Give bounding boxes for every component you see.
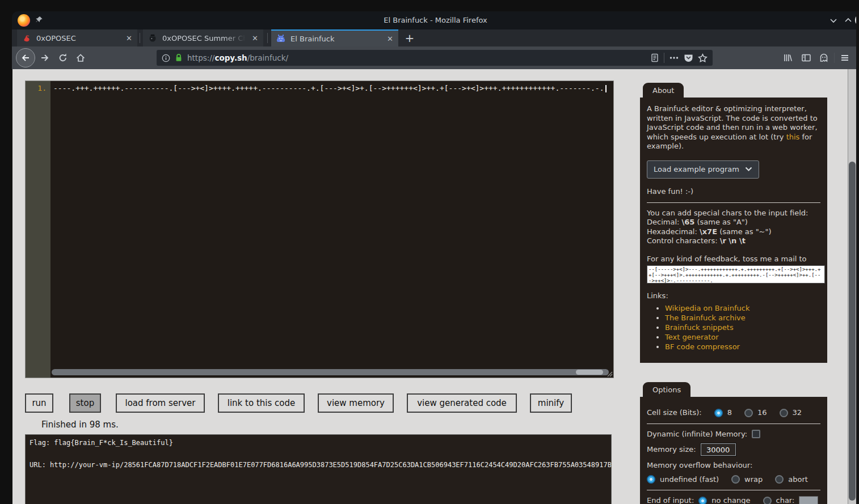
cell-size-8-radio[interactable] — [714, 409, 723, 417]
output-console: Flag: flag{Brain_F*ck_Is_Beautiful} URL:… — [25, 434, 612, 504]
stop-button[interactable]: stop — [69, 393, 101, 413]
dynamic-memory-label: Dynamic (infinite) Memory: — [647, 430, 747, 439]
end-of-input-label: End of input: — [647, 496, 694, 504]
bookmark-star-icon[interactable] — [698, 53, 708, 63]
close-icon[interactable]: ✕ — [387, 35, 393, 43]
overflow-undefined-radio[interactable] — [647, 475, 655, 484]
window-title: El Brainfuck - Mozilla Firefox — [12, 11, 859, 29]
window-titlebar: El Brainfuck - Mozilla Firefox — [12, 11, 859, 29]
window-maximize-button[interactable] — [843, 15, 854, 26]
reader-mode-icon[interactable] — [650, 53, 659, 62]
dynamic-memory-checkbox[interactable] — [752, 430, 760, 438]
link-brainfuck-snippets[interactable]: Brainfuck snippets — [665, 323, 734, 332]
tab-0xoposec[interactable]: 0xOPOSEC ✕ — [17, 29, 137, 46]
end-of-input-row: End of input: no change char: — [647, 496, 820, 504]
page-scrollbar-track[interactable] — [848, 69, 856, 504]
navigation-toolbar: https://copy.sh/brainfuck/ — [12, 46, 859, 69]
overflow-abort-radio[interactable] — [775, 475, 784, 484]
page-actions-icon[interactable] — [669, 53, 679, 62]
reload-button[interactable] — [57, 52, 69, 63]
forward-button[interactable] — [39, 52, 50, 63]
try-this-link[interactable]: this — [786, 133, 800, 141]
dynamic-memory-row: Dynamic (infinite) Memory: — [647, 430, 820, 439]
radio-label: 16 — [757, 408, 767, 418]
radio-label: undefined (fast) — [660, 475, 719, 485]
tab-bar: 0xOPOSEC ✕ 0xOPOSEC Summer Challen ✕ El … — [12, 29, 859, 46]
link-brainfuck-archive[interactable]: The Brainfuck archive — [665, 314, 746, 322]
have-fun-text: Have fun! :-) — [647, 187, 820, 197]
load-example-program-button[interactable]: Load example program — [647, 160, 759, 179]
close-icon[interactable]: ✕ — [126, 34, 132, 43]
window-right-edge — [856, 11, 859, 504]
library-icon[interactable] — [782, 52, 793, 63]
editor-code-line[interactable]: ----.+++.++++++.----------.[--->+<]>++++… — [53, 84, 607, 92]
radio-label: no change — [711, 496, 750, 504]
tab-separator — [267, 33, 268, 43]
close-icon[interactable]: ✕ — [252, 34, 258, 43]
tab-0xoposec-favicon — [22, 33, 31, 43]
radio-label: 8 — [727, 408, 732, 418]
special-chars-intro: You can add special chars to the input f… — [647, 209, 820, 218]
list-item: Text generator — [665, 332, 820, 342]
chevron-down-icon — [745, 167, 752, 172]
editor-hscrollbar-thumb[interactable] — [576, 370, 603, 375]
feedback-bf-code-textarea[interactable]: --[----->+<]>---.++++++++++++.+.++++++++… — [647, 265, 825, 283]
radio-label: abort — [788, 475, 808, 485]
resize-grip-icon[interactable] — [606, 370, 613, 377]
sidebar-icon[interactable] — [801, 52, 812, 63]
editor-gutter — [26, 81, 50, 378]
eof-char-radio[interactable] — [763, 497, 772, 504]
eof-no-change-radio[interactable] — [698, 497, 707, 504]
memory-size-input[interactable] — [701, 443, 736, 456]
list-item: Wikipedia on Brainfuck — [665, 303, 820, 313]
divider — [647, 423, 820, 424]
link-text-generator[interactable]: Text generator — [665, 333, 719, 341]
tab-el-brainfuck[interactable]: El Brainfuck ✕ — [271, 29, 398, 46]
window-minimize-button[interactable] — [828, 15, 839, 26]
minify-button[interactable]: minify — [530, 393, 572, 413]
links-list: Wikipedia on Brainfuck The Brainfuck arc… — [647, 303, 820, 351]
cell-size-row: Cell size (Bits): 8 16 32 — [647, 408, 820, 418]
overflow-options-row: undefined (fast) wrap abort — [647, 475, 820, 485]
new-tab-button[interactable]: + — [401, 29, 418, 46]
tab-summer-challenge-favicon — [148, 33, 157, 43]
tab-0xoposec-summer-challenge[interactable]: 0xOPOSEC Summer Challen ✕ — [143, 29, 263, 46]
url-text: https://copy.sh/brainfuck/ — [187, 53, 288, 62]
load-from-server-button[interactable]: load from server — [116, 393, 205, 413]
about-panel: A Brainfuck editor & optimizing interpre… — [640, 98, 827, 363]
page-viewport: 1. ----.+++.++++++.----------.[--->+<]>+… — [12, 69, 848, 504]
lock-icon[interactable] — [175, 53, 183, 62]
screenshot-root: El Brainfuck - Mozilla Firefox 0xOPOSEC … — [0, 0, 859, 504]
overflow-wrap-radio[interactable] — [731, 475, 740, 484]
pocket-icon[interactable] — [684, 53, 693, 62]
tab-separator — [140, 33, 140, 43]
info-icon[interactable] — [162, 54, 170, 62]
tab-el-brainfuck-favicon — [276, 34, 285, 43]
view-memory-button[interactable]: view memory — [318, 393, 394, 413]
brainfuck-code-editor[interactable]: 1. ----.+++.++++++.----------.[--->+<]>+… — [25, 81, 614, 378]
run-button[interactable]: run — [25, 393, 53, 413]
menu-icon[interactable] — [839, 52, 850, 63]
link-wikipedia-on-brainfuck[interactable]: Wikipedia on Brainfuck — [665, 304, 749, 312]
link-to-this-code-button[interactable]: link to this code — [218, 393, 305, 413]
editor-hscrollbar-track[interactable] — [52, 369, 609, 375]
home-button[interactable] — [75, 52, 86, 63]
url-host: copy.sh — [214, 53, 247, 62]
text-caret — [605, 85, 607, 92]
options-tab: Options — [643, 382, 690, 397]
editor-line-number: 1. — [26, 84, 47, 92]
toolbar-separator — [834, 53, 835, 63]
view-generated-code-button[interactable]: view generated code — [407, 393, 517, 413]
list-item: Brainfuck snippets — [665, 323, 820, 332]
back-button[interactable] — [16, 48, 35, 67]
cell-size-32-radio[interactable] — [780, 409, 788, 417]
eof-char-input[interactable] — [799, 496, 818, 504]
ghostery-icon[interactable] — [818, 52, 829, 63]
options-panel: Cell size (Bits): 8 16 32 Dynamic (infin… — [640, 397, 827, 504]
page-scrollbar-thumb[interactable] — [849, 162, 856, 501]
cell-size-16-radio[interactable] — [744, 409, 753, 417]
overflow-label: Memory overflow behaviour: — [647, 461, 820, 471]
list-item: The Brainfuck archive — [665, 313, 820, 323]
url-bar[interactable]: https://copy.sh/brainfuck/ — [157, 50, 713, 66]
link-bf-code-compressor[interactable]: BF code compressor — [665, 342, 740, 351]
